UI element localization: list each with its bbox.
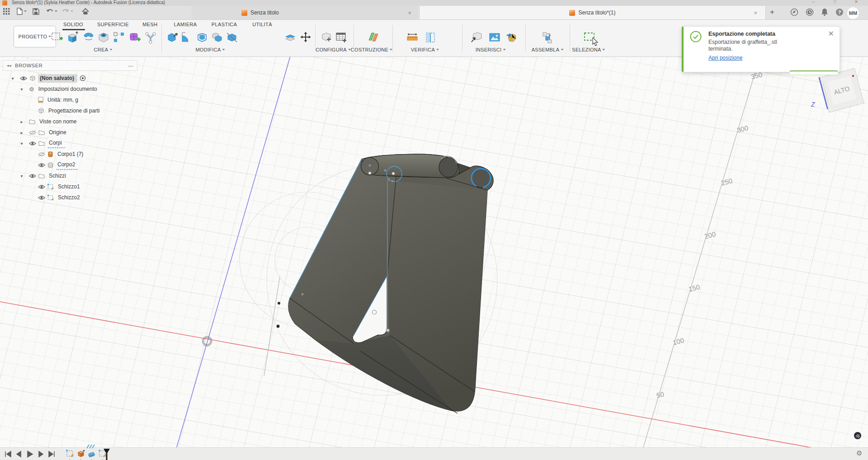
assemble-icon[interactable]: [541, 31, 553, 44]
group-label-assembla[interactable]: ASSEMBLA: [532, 47, 564, 52]
image-icon[interactable]: [488, 31, 501, 44]
move-icon[interactable]: [299, 31, 312, 44]
extensions-icon[interactable]: [790, 8, 798, 18]
group-label-modifica[interactable]: MODIFICA: [195, 47, 225, 52]
close-tab-icon[interactable]: ×: [754, 9, 757, 16]
document-tab-2[interactable]: Senza titolo*(1) ×: [419, 6, 766, 19]
tree-item-non-salvato[interactable]: ▾(Non salvato): [3, 73, 137, 84]
press-pull-icon[interactable]: [166, 31, 179, 44]
tree-item-label[interactable]: Schizzi: [47, 172, 69, 180]
timeline-feature-extrude[interactable]: [77, 450, 85, 460]
job-status-icon[interactable]: [806, 8, 814, 18]
tree-item-schizzo1[interactable]: Schizzo1: [3, 181, 137, 192]
tree-item-label[interactable]: (Non salvato): [38, 74, 77, 83]
group-label-costruzione[interactable]: COSTRUZIONE: [351, 47, 392, 52]
env-tab-mesh[interactable]: MESH: [142, 22, 157, 27]
measure-icon[interactable]: [406, 31, 419, 44]
tree-item-label[interactable]: Corpo1 (7): [56, 150, 86, 159]
hole-icon[interactable]: [97, 31, 110, 44]
minimize-browser-icon[interactable]: —: [128, 63, 133, 68]
tree-item-schizzi[interactable]: ▾Schizzi: [3, 170, 137, 181]
tree-item-viste-con-nome[interactable]: ▸Viste con nome: [3, 116, 137, 127]
tree-item-corpi[interactable]: ▾Corpi: [3, 138, 137, 149]
group-label-configura[interactable]: CONFIGURA: [316, 47, 351, 52]
visibility-eye-icon[interactable]: [29, 174, 36, 178]
chevron-down-icon[interactable]: ▾: [10, 76, 15, 81]
env-tab-lamiera[interactable]: LAMIERA: [174, 22, 197, 27]
new-tab-button[interactable]: +: [770, 8, 774, 17]
timeline-feature-fillet[interactable]: [88, 450, 96, 460]
file-icon[interactable]: [17, 8, 27, 15]
close-tab-icon[interactable]: ×: [408, 9, 411, 16]
construction-icon[interactable]: [367, 31, 380, 44]
minimize-window-icon[interactable]: –: [810, 0, 816, 4]
create-sketch-icon[interactable]: [51, 31, 63, 44]
visibility-eye-icon[interactable]: [38, 195, 45, 200]
mesh-gold-icon[interactable]: [505, 31, 518, 44]
visibility-eye-icon[interactable]: [38, 163, 45, 168]
revolve-icon[interactable]: [82, 31, 95, 44]
pattern-icon[interactable]: [113, 31, 125, 44]
configure-table-icon[interactable]: [335, 31, 348, 44]
close-notification-icon[interactable]: ✕: [828, 29, 834, 38]
avatar[interactable]: MM: [847, 7, 859, 19]
tree-item-impostazioni-documento[interactable]: ▾⚙Impostazioni documento: [3, 84, 137, 94]
tree-item-label[interactable]: Progettazione di parti: [47, 107, 103, 115]
step-back-icon[interactable]: [15, 451, 23, 460]
tree-item-label[interactable]: Schizzo2: [56, 193, 83, 202]
tree-item-unit-mm-g[interactable]: Unità: mm, g: [3, 94, 137, 105]
tree-item-label[interactable]: Impostazioni documento: [37, 85, 100, 94]
section-icon[interactable]: [424, 31, 437, 44]
chevron-down-icon[interactable]: ▾: [19, 141, 24, 146]
skip-end-icon[interactable]: [48, 451, 55, 460]
tree-item-progettazione-di-parti[interactable]: Progettazione di parti: [3, 105, 137, 116]
derive-icon[interactable]: [470, 31, 483, 44]
tree-item-label[interactable]: Unità: mm, g: [46, 96, 81, 104]
save-icon[interactable]: [33, 8, 39, 15]
visibility-eye-icon[interactable]: [20, 76, 27, 81]
fillet-icon[interactable]: [180, 31, 193, 44]
env-tab-utilità[interactable]: UTILITÀ: [252, 22, 272, 27]
timeline-feature-sketch[interactable]: [66, 450, 74, 460]
extrude-icon[interactable]: [66, 31, 79, 44]
skip-start-icon[interactable]: [5, 451, 12, 460]
group-label-inserisci[interactable]: INSERISCI: [476, 47, 506, 52]
help-icon[interactable]: ?: [835, 8, 844, 18]
visibility-eye-icon[interactable]: [38, 152, 45, 157]
notifications-icon[interactable]: [821, 8, 828, 18]
create-mesh-icon[interactable]: [128, 31, 141, 44]
chevron-down-icon[interactable]: ▾: [19, 174, 24, 178]
tree-item-origine[interactable]: ▸Origine: [3, 127, 137, 138]
redo-icon[interactable]: [62, 9, 73, 14]
chevron-down-icon[interactable]: ▾: [19, 87, 24, 92]
env-tab-solido[interactable]: SOLIDO: [63, 22, 83, 27]
visibility-eye-icon[interactable]: [29, 130, 36, 135]
tree-item-label[interactable]: Corpi: [47, 139, 65, 148]
sketch-point[interactable]: [278, 302, 280, 305]
group-label-verifica[interactable]: VERIFICA: [411, 47, 439, 52]
tree-item-label[interactable]: Viste con nome: [38, 117, 80, 126]
tree-item-schizzo2[interactable]: Schizzo2: [3, 192, 137, 203]
chevron-right-icon[interactable]: ▸: [19, 119, 24, 124]
env-tab-superficie[interactable]: SUPERFICIE: [97, 22, 129, 27]
tree-item-label[interactable]: Corpo2: [56, 160, 78, 170]
app-grid-icon[interactable]: [3, 8, 10, 15]
origin-marker[interactable]: [203, 337, 211, 345]
open-location-link[interactable]: Apri posizione: [708, 55, 742, 61]
step-forward-icon[interactable]: [37, 451, 44, 460]
configure-box-icon[interactable]: [320, 31, 333, 44]
sketch-point[interactable]: [277, 325, 280, 328]
tree-item-corpo1-7[interactable]: Corpo1 (7): [3, 149, 137, 160]
play-icon[interactable]: [26, 451, 33, 460]
timeline-settings-gear-icon[interactable]: ⚙: [856, 449, 862, 457]
home-icon[interactable]: [82, 8, 89, 15]
combine-icon[interactable]: [211, 31, 223, 44]
timeline-position-marker[interactable]: [103, 449, 110, 460]
maximize-window-icon[interactable]: □: [832, 0, 838, 4]
visibility-eye-icon[interactable]: [38, 184, 45, 189]
form-icon[interactable]: [144, 31, 157, 44]
chevron-right-icon[interactable]: ▸: [19, 130, 24, 135]
tree-item-label[interactable]: Origine: [47, 128, 70, 137]
visibility-eye-icon[interactable]: [29, 141, 36, 146]
collapse-browser-icon[interactable]: ◂◂: [7, 63, 11, 68]
